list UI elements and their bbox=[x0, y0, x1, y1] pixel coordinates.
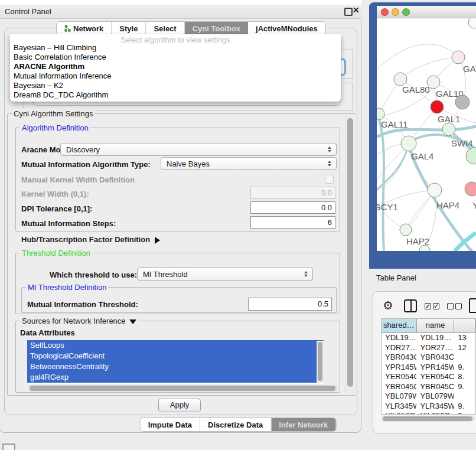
settings-scrollbar[interactable] bbox=[345, 115, 356, 394]
network-node-gal[interactable] bbox=[452, 51, 465, 64]
tab-network[interactable]: Network bbox=[57, 22, 112, 35]
tab-infer-network[interactable]: Infer Network bbox=[271, 418, 335, 431]
network-edge[interactable] bbox=[400, 57, 458, 79]
node-label-gal4: GAL4 bbox=[411, 151, 433, 161]
network-node-gal1[interactable] bbox=[431, 100, 444, 113]
table-row[interactable]: YBR045CYBR045C9. bbox=[382, 382, 475, 392]
algorithm-option-dream8-dc-tdc-algorithm[interactable]: Dream8 DC_TDC Algorithm bbox=[14, 90, 108, 100]
close-traffic-light-icon[interactable] bbox=[381, 8, 389, 16]
deselect-all-icon[interactable] bbox=[447, 303, 454, 309]
network-edge[interactable] bbox=[377, 148, 407, 194]
deselect-all-icon[interactable] bbox=[455, 303, 462, 309]
settings-hscrollbar[interactable] bbox=[28, 385, 338, 392]
network-node[interactable] bbox=[468, 18, 476, 28]
network-node[interactable] bbox=[455, 95, 470, 109]
algorithm-option-bayesian-k2[interactable]: Bayesian – K2 bbox=[14, 81, 63, 90]
table-row[interactable]: YIL052CYIL052C9. bbox=[382, 411, 475, 415]
tab-cyni-toolbox[interactable]: Cyni Toolbox bbox=[185, 22, 248, 35]
algorithm-option-basic-correlation-inference[interactable]: Basic Correlation Inference bbox=[14, 53, 106, 62]
table-row[interactable]: YBL079WYBL079W bbox=[382, 392, 475, 402]
network-node-y[interactable] bbox=[465, 182, 476, 196]
tab-jactivemnodules[interactable]: jActiveMNodules bbox=[248, 22, 325, 35]
spinner-arrows-icon bbox=[328, 146, 331, 152]
zoom-traffic-light-icon[interactable] bbox=[402, 8, 410, 16]
attribute-item-selfloops[interactable]: SelfLoops bbox=[27, 340, 324, 351]
table-hscrollbar[interactable] bbox=[382, 416, 475, 422]
table-cell: YBR045C bbox=[382, 382, 416, 392]
attribute-item-topologicalcoefficient[interactable]: TopologicalCoefficient bbox=[27, 351, 324, 361]
column-header-2[interactable] bbox=[454, 319, 475, 332]
select-all-icon[interactable]: ✓ bbox=[433, 303, 439, 309]
tab-label: Style bbox=[119, 22, 138, 35]
table-row[interactable]: YDL19…YDL19…13 bbox=[382, 333, 475, 343]
aracne-mode-value: Discovery bbox=[66, 145, 100, 154]
hub-definition-toggle[interactable]: Hub/Transcription Factor Definition bbox=[21, 235, 160, 244]
node-label-hap2: HAP2 bbox=[406, 236, 429, 246]
table-cell: 9. bbox=[454, 382, 475, 392]
algorithm-option-mutual-information-inference[interactable]: Mutual Information Inference bbox=[14, 71, 111, 81]
table-cell: YIL052C bbox=[416, 411, 454, 415]
manual-kernel-checkbox[interactable] bbox=[325, 175, 334, 184]
table-row[interactable]: YDR27…YDR27…12 bbox=[382, 343, 475, 353]
network-node-gal4[interactable] bbox=[401, 136, 416, 151]
table-row[interactable]: YBR043CYBR043C bbox=[382, 353, 475, 363]
mi-threshold-group-title: MI Threshold Definition bbox=[26, 283, 108, 292]
network-node[interactable] bbox=[442, 123, 455, 136]
algorithm-option-bayesian-hill-climbing[interactable]: Bayesian – Hill Climbing bbox=[14, 43, 96, 53]
network-edge[interactable] bbox=[377, 44, 458, 70]
table-row[interactable]: YPR145WYPR145W9. bbox=[382, 363, 475, 373]
tab-style[interactable]: Style bbox=[112, 22, 146, 35]
table-cell: YBR043C bbox=[382, 353, 416, 363]
select-all-icon[interactable]: ✓ bbox=[425, 303, 431, 309]
table-cell: YPR145W bbox=[382, 363, 416, 373]
table-row[interactable]: YER054CYER054C8. bbox=[382, 372, 475, 382]
sources-group-title[interactable]: Sources for Network Inference bbox=[20, 317, 138, 325]
table-cell bbox=[454, 392, 475, 402]
algorithm-option-aracne-algorithm[interactable]: ARACNE Algorithm bbox=[14, 62, 84, 71]
attr-list-scrollbar[interactable] bbox=[317, 341, 324, 383]
tab-impute-data[interactable]: Impute Data bbox=[141, 418, 200, 431]
mi-threshold-label: Mutual Information Threshold: bbox=[27, 300, 138, 309]
kernel-width-label: Kernel Width (0,1): bbox=[21, 190, 89, 198]
tab-select[interactable]: Select bbox=[146, 22, 184, 35]
network-node-hap2[interactable] bbox=[400, 224, 412, 236]
minimize-traffic-light-icon[interactable] bbox=[392, 8, 399, 16]
network-canvas[interactable]: GALGAL80GAL10GAL1GAL11SWI4GAL4GCY1HAP4YH… bbox=[377, 18, 476, 251]
table-cell: YDR27… bbox=[416, 343, 454, 353]
table-cell: 12 bbox=[454, 343, 475, 353]
mi-threshold-field[interactable]: 0.5 bbox=[248, 298, 332, 311]
table-cell: YDR27… bbox=[382, 343, 416, 353]
mi-type-combo[interactable]: Naive Bayes bbox=[161, 157, 337, 170]
apply-button[interactable]: Apply bbox=[158, 399, 201, 412]
settings-scrollbar-thumb[interactable] bbox=[347, 118, 353, 387]
attr-list-scrollbar-thumb[interactable] bbox=[318, 342, 322, 381]
attribute-item-betweennesscentrality[interactable]: BetweennessCentrality bbox=[27, 361, 324, 372]
mi-steps-field[interactable]: 6 bbox=[250, 216, 335, 229]
float-icon[interactable] bbox=[344, 8, 353, 16]
node-table[interactable]: shared…name YDL19…YDL19…13YDR27…YDR27…12… bbox=[381, 318, 476, 415]
network-node-gal80[interactable] bbox=[394, 73, 407, 86]
column-header-shared[interactable]: shared… bbox=[382, 319, 417, 332]
split-columns-icon[interactable] bbox=[404, 299, 417, 312]
attribute-item-gal4rgexp[interactable]: gal4RGexp bbox=[27, 372, 324, 383]
table-hscrollbar-thumb[interactable] bbox=[383, 416, 472, 421]
table-row[interactable]: YLR345WYLR345W9. bbox=[382, 402, 475, 412]
network-node-hap4[interactable] bbox=[428, 183, 442, 197]
network-node-gal10[interactable] bbox=[427, 76, 440, 89]
which-threshold-combo[interactable]: MI Threshold bbox=[137, 268, 313, 281]
column-header-name[interactable]: name bbox=[417, 319, 455, 332]
gear-icon[interactable]: ⚙ bbox=[383, 298, 393, 312]
aracne-mode-combo[interactable]: Discovery bbox=[60, 143, 337, 156]
dpi-tolerance-field[interactable]: 0.0 bbox=[250, 201, 335, 214]
network-node-gal11[interactable] bbox=[377, 108, 384, 120]
network-graph[interactable]: GALGAL80GAL10GAL1GAL11SWI4GAL4GCY1HAP4YH… bbox=[377, 18, 476, 251]
settings-hscrollbar-thumb[interactable] bbox=[30, 386, 335, 391]
control-panel-titlebar: Control Panel ✕ bbox=[0, 5, 361, 19]
tab-discretize-data[interactable]: Discretize Data bbox=[200, 418, 271, 431]
close-icon[interactable]: ✕ bbox=[353, 5, 360, 15]
kernel-width-field[interactable]: 0.0 bbox=[250, 187, 335, 199]
document-icon[interactable] bbox=[469, 298, 476, 313]
dock-panel-icon[interactable] bbox=[2, 444, 15, 450]
network-edge[interactable] bbox=[406, 193, 433, 230]
network-window-titlebar[interactable] bbox=[377, 6, 476, 18]
